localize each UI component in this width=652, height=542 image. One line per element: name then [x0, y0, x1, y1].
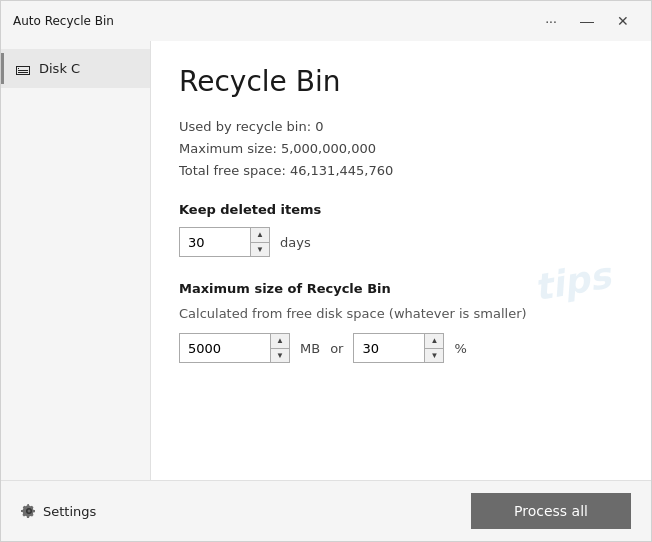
max-size-sublabel: Calculated from free disk space (whateve…: [179, 306, 623, 321]
days-spinner: ▲ ▼: [179, 227, 270, 257]
max-size-row: ▲ ▼ MB or ▲ ▼ %: [179, 333, 623, 363]
app-window: Auto Recycle Bin ··· — ✕ 🖴 Disk C tips R…: [0, 0, 652, 542]
mb-input[interactable]: [180, 334, 270, 362]
days-up-button[interactable]: ▲: [251, 228, 269, 242]
title-bar: Auto Recycle Bin ··· — ✕: [1, 1, 651, 41]
percent-spinner: ▲ ▼: [353, 333, 444, 363]
process-all-button[interactable]: Process all: [471, 493, 631, 529]
mb-unit: MB: [300, 341, 320, 356]
main-content: tips Recycle Bin Used by recycle bin: 0 …: [151, 41, 651, 480]
minimize-button[interactable]: —: [571, 5, 603, 37]
mb-down-button[interactable]: ▼: [271, 348, 289, 362]
percent-up-button[interactable]: ▲: [425, 334, 443, 348]
window-controls: ··· — ✕: [535, 5, 639, 37]
days-spinner-buttons: ▲ ▼: [250, 228, 269, 256]
percent-input[interactable]: [354, 334, 424, 362]
info-line-max: Maximum size: 5,000,000,000: [179, 138, 623, 160]
keep-deleted-label: Keep deleted items: [179, 202, 623, 217]
app-title: Auto Recycle Bin: [13, 14, 535, 28]
page-title: Recycle Bin: [179, 65, 623, 98]
percent-spinner-buttons: ▲ ▼: [424, 334, 443, 362]
close-button[interactable]: ✕: [607, 5, 639, 37]
percent-unit: %: [454, 341, 466, 356]
more-button[interactable]: ···: [535, 5, 567, 37]
settings-link[interactable]: Settings: [21, 503, 96, 519]
days-input[interactable]: [180, 228, 250, 256]
info-line-free: Total free space: 46,131,445,760: [179, 160, 623, 182]
settings-label: Settings: [43, 504, 96, 519]
sidebar-item-label: Disk C: [39, 61, 80, 76]
mb-spinner-buttons: ▲ ▼: [270, 334, 289, 362]
days-unit: days: [280, 235, 311, 250]
disk-icon: 🖴: [15, 59, 31, 78]
days-down-button[interactable]: ▼: [251, 242, 269, 256]
mb-spinner: ▲ ▼: [179, 333, 290, 363]
keep-deleted-row: ▲ ▼ days: [179, 227, 623, 257]
gear-icon: [21, 503, 37, 519]
mb-up-button[interactable]: ▲: [271, 334, 289, 348]
info-section: Used by recycle bin: 0 Maximum size: 5,0…: [179, 116, 623, 182]
percent-down-button[interactable]: ▼: [425, 348, 443, 362]
max-size-label: Maximum size of Recycle Bin: [179, 281, 623, 296]
sidebar: 🖴 Disk C: [1, 41, 151, 480]
footer: Settings Process all: [1, 480, 651, 541]
info-line-used: Used by recycle bin: 0: [179, 116, 623, 138]
or-text: or: [330, 341, 343, 356]
window-body: 🖴 Disk C tips Recycle Bin Used by recycl…: [1, 41, 651, 480]
sidebar-item-disk-c[interactable]: 🖴 Disk C: [1, 49, 150, 88]
